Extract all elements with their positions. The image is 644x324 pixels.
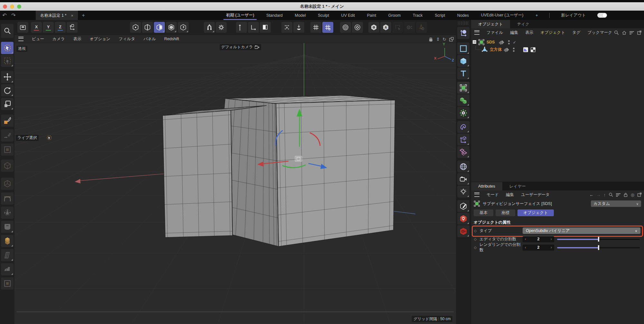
om-menu-objects[interactable]: オブジェクト <box>540 30 565 35</box>
layer-diamond-icon[interactable] <box>500 40 504 44</box>
expand-icon[interactable] <box>472 40 477 44</box>
search-icon[interactable] <box>614 30 619 35</box>
motext-icon[interactable] <box>457 68 469 79</box>
close-tab-icon[interactable]: × <box>71 13 73 18</box>
attr-menu-mode[interactable]: モード <box>487 192 499 198</box>
viewport[interactable]: ビュー カメラ 表示 オプション フィルタ パネル Redshift ⇕ ↻ 透… <box>14 35 456 324</box>
om-menu-view[interactable]: 表示 <box>525 30 533 35</box>
hand-pan-icon[interactable] <box>428 36 434 42</box>
workplane-axis-icon[interactable] <box>236 22 247 33</box>
viewport-menu-camera[interactable]: カメラ <box>52 36 65 42</box>
layout-tab-model[interactable]: Model <box>294 11 306 20</box>
om-menu-bookmarks[interactable]: ブックマーク <box>588 30 612 35</box>
attribute-hamburger-icon[interactable] <box>474 192 479 197</box>
tree-row-cube[interactable]: 立方体 <box>471 46 644 53</box>
track-target-icon[interactable]: ◎ <box>631 192 634 197</box>
subtab-basic[interactable]: 基本 <box>474 209 493 216</box>
render-subdiv-stepper[interactable]: ‹ 2 › <box>523 245 554 251</box>
deformer-icon[interactable] <box>457 121 469 133</box>
viewport-scrollbar[interactable] <box>16 311 454 312</box>
search-icon[interactable] <box>609 192 613 197</box>
object-manager-hamburger-icon[interactable] <box>474 30 479 35</box>
tree-row-sds[interactable]: SDS ✓ <box>471 39 644 46</box>
points-mode-icon[interactable] <box>130 22 141 33</box>
stepper-decrement-icon[interactable]: ‹ <box>525 245 526 250</box>
hex-annotation-icon[interactable]: A <box>380 22 391 33</box>
history-forward-icon[interactable]: → <box>596 192 601 197</box>
animation-mode-icon[interactable] <box>178 22 189 33</box>
add-document-tab-button[interactable]: + <box>78 11 89 20</box>
snap-move-icon[interactable] <box>281 22 292 33</box>
sds-generator-icon[interactable] <box>457 82 469 94</box>
attr-menu-edit[interactable]: 編集 <box>506 192 514 198</box>
lock-x-axis-button[interactable]: X <box>31 22 42 33</box>
live-selection-icon[interactable] <box>1 42 14 54</box>
model-mode-icon[interactable] <box>166 22 177 33</box>
render-subdiv-slider[interactable] <box>557 245 640 251</box>
visibility-dots-icon[interactable] <box>513 48 515 52</box>
stepper-value[interactable]: 2 <box>537 237 540 241</box>
effector-gear-icon[interactable] <box>457 107 469 119</box>
sky-globe-icon[interactable] <box>457 161 469 172</box>
scale-icon[interactable] <box>1 98 14 110</box>
grid-icon[interactable] <box>310 22 321 33</box>
axis-cube-icon[interactable] <box>457 134 469 145</box>
layout-tab-track[interactable]: Track <box>412 11 423 20</box>
undo-button[interactable]: ↶ <box>0 11 9 20</box>
viewport-hamburger-icon[interactable] <box>18 37 24 41</box>
om-menu-tags[interactable]: タグ <box>572 30 581 35</box>
light-bulb-icon[interactable] <box>457 186 469 198</box>
home-icon[interactable] <box>622 30 627 35</box>
lock-z-axis-button[interactable]: Z <box>55 22 66 33</box>
hex-camera-icon[interactable] <box>368 22 379 33</box>
editor-subdiv-slider[interactable] <box>557 236 640 242</box>
slider-handle[interactable] <box>598 237 599 242</box>
subtab-object[interactable]: オブジェクト <box>517 209 554 216</box>
viewport-menu-view[interactable]: ビュー <box>32 36 44 42</box>
add-layout-button[interactable]: + <box>535 11 538 20</box>
layer-diamond-icon[interactable] <box>505 48 509 52</box>
filter-icon[interactable] <box>616 193 620 196</box>
edges-mode-icon[interactable] <box>142 22 153 33</box>
layout-tab-default[interactable]: 初期 (ユーザー) <box>225 11 255 20</box>
sds-object-icon[interactable] <box>478 39 485 45</box>
layout-tab-groom[interactable]: Groom <box>388 11 401 20</box>
filter-icon[interactable] <box>630 31 634 34</box>
toolbar-grip[interactable] <box>458 21 469 25</box>
snap-settings-gear-icon[interactable] <box>216 22 227 33</box>
search-icon[interactable] <box>1 24 14 38</box>
layout-tab-nodes[interactable]: Nodes <box>457 11 469 20</box>
magnet-snap-icon[interactable] <box>204 22 215 33</box>
child-object-name[interactable]: 立方体 <box>490 47 502 52</box>
tab-attributes[interactable]: Attributes <box>471 182 502 190</box>
layout-tab-uvedit[interactable]: UV Edit <box>341 11 355 20</box>
quantize-icon[interactable] <box>293 22 304 33</box>
stepper-increment-icon[interactable]: › <box>551 245 552 250</box>
volume-cubes-icon[interactable] <box>1 235 14 247</box>
layout-tab-sculpt[interactable]: Sculpt <box>317 11 330 20</box>
cloner-icon[interactable] <box>457 146 469 158</box>
document-tab[interactable]: 名称未設定 1 * × <box>36 11 78 20</box>
param-diamond-icon[interactable]: ◇ <box>471 245 479 250</box>
redshift-camera-icon[interactable] <box>457 225 469 237</box>
texture-tag-icon[interactable] <box>530 47 536 52</box>
param-diamond-icon[interactable]: ◇ <box>471 237 479 241</box>
circle-gear-icon[interactable] <box>352 22 363 33</box>
editor-subdiv-stepper[interactable]: ‹ 2 › <box>523 236 554 242</box>
polygon-object-icon[interactable] <box>481 46 488 53</box>
external-window-icon[interactable] <box>637 192 642 197</box>
visibility-dots-icon[interactable] <box>508 40 510 44</box>
enabled-check-icon[interactable]: ✓ <box>513 40 516 45</box>
om-menu-edit[interactable]: 編集 <box>510 30 518 35</box>
move-icon[interactable] <box>1 71 14 83</box>
viewport-menu-display[interactable]: 表示 <box>73 36 81 42</box>
pen-tool-icon[interactable] <box>1 115 14 127</box>
object-name[interactable]: SDS <box>487 40 495 44</box>
rotate-view-icon[interactable]: ↻ <box>442 37 446 42</box>
axis-ball-icon[interactable] <box>457 27 469 39</box>
toggle-panel-icon[interactable] <box>449 37 454 42</box>
axis-corner-icon[interactable] <box>248 22 259 33</box>
tab-layers[interactable]: レイヤー <box>502 182 533 190</box>
project-icon[interactable] <box>17 22 28 33</box>
subtab-coordinates[interactable]: 座標 <box>496 209 515 216</box>
